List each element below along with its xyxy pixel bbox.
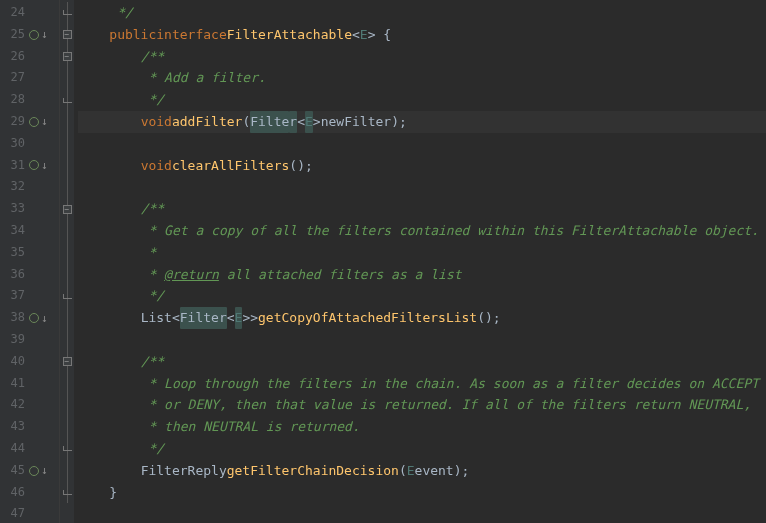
code-line-26[interactable]: /** bbox=[78, 46, 766, 68]
gutter-line-40[interactable]: 40 bbox=[0, 351, 59, 373]
down-arrow-icon[interactable]: ↓ bbox=[41, 116, 48, 127]
fold-cell[interactable] bbox=[60, 155, 74, 177]
fold-cell[interactable] bbox=[60, 416, 74, 438]
gutter-line-28[interactable]: 28 bbox=[0, 89, 59, 111]
fold-cell[interactable] bbox=[60, 242, 74, 264]
code-line-37[interactable]: */ bbox=[78, 285, 766, 307]
gutter-line-42[interactable]: 42 bbox=[0, 394, 59, 416]
code-line-39[interactable] bbox=[78, 329, 766, 351]
code-line-36[interactable]: * @return all attached filters as a list bbox=[78, 264, 766, 286]
fold-cell[interactable] bbox=[60, 373, 74, 395]
fold-cell[interactable] bbox=[60, 307, 74, 329]
gutter-line-34[interactable]: 34 bbox=[0, 220, 59, 242]
fold-cell[interactable] bbox=[60, 460, 74, 482]
fold-column[interactable]: −−−− bbox=[60, 0, 74, 523]
fold-toggle-icon[interactable]: − bbox=[63, 205, 72, 214]
line-number: 46 bbox=[3, 482, 25, 504]
code-line-40[interactable]: /** bbox=[78, 351, 766, 373]
code-line-29[interactable]: void addFilter(Filter<E> newFilter); bbox=[78, 111, 766, 133]
gutter-line-27[interactable]: 27 bbox=[0, 67, 59, 89]
implements-gutter-icon[interactable] bbox=[29, 466, 39, 476]
fold-cell[interactable] bbox=[60, 482, 74, 504]
code-line-41[interactable]: * Loop through the filters in the chain.… bbox=[78, 373, 766, 395]
gutter-line-35[interactable]: 35 bbox=[0, 242, 59, 264]
fold-toggle-icon[interactable]: − bbox=[63, 357, 72, 366]
down-arrow-icon[interactable]: ↓ bbox=[41, 465, 48, 476]
code-line-43[interactable]: * then NEUTRAL is returned. bbox=[78, 416, 766, 438]
fold-cell[interactable]: − bbox=[60, 351, 74, 373]
line-number: 47 bbox=[3, 503, 25, 523]
code-line-42[interactable]: * or DENY, then that value is returned. … bbox=[78, 394, 766, 416]
fold-cell[interactable] bbox=[60, 89, 74, 111]
fold-cell[interactable] bbox=[60, 329, 74, 351]
fold-cell[interactable] bbox=[60, 133, 74, 155]
fold-cell[interactable]: − bbox=[60, 46, 74, 68]
fold-cell[interactable] bbox=[60, 394, 74, 416]
down-arrow-icon[interactable]: ↓ bbox=[41, 313, 48, 324]
gutter-line-46[interactable]: 46 bbox=[0, 482, 59, 504]
code-line-46[interactable]: } bbox=[78, 482, 766, 504]
line-number: 29 bbox=[3, 111, 25, 133]
code-line-28[interactable]: */ bbox=[78, 89, 766, 111]
fold-cell[interactable] bbox=[60, 503, 74, 523]
implements-gutter-icon[interactable] bbox=[29, 117, 39, 127]
fold-cell[interactable] bbox=[60, 438, 74, 460]
fold-cell[interactable]: − bbox=[60, 198, 74, 220]
code-line-47[interactable] bbox=[78, 503, 766, 523]
implements-gutter-icon[interactable] bbox=[29, 313, 39, 323]
gutter-line-30[interactable]: 30 bbox=[0, 133, 59, 155]
code-line-33[interactable]: /** bbox=[78, 198, 766, 220]
down-arrow-icon[interactable]: ↓ bbox=[41, 160, 48, 171]
code-line-38[interactable]: List<Filter<E>> getCopyOfAttachedFilters… bbox=[78, 307, 766, 329]
gutter-line-47[interactable]: 47 bbox=[0, 503, 59, 523]
fold-toggle-icon[interactable]: − bbox=[63, 52, 72, 61]
gutter-line-45[interactable]: 45↓ bbox=[0, 460, 59, 482]
gutter-line-25[interactable]: 25↓ bbox=[0, 24, 59, 46]
code-line-34[interactable]: * Get a copy of all the filters containe… bbox=[78, 220, 766, 242]
line-number: 42 bbox=[3, 394, 25, 416]
line-number: 37 bbox=[3, 285, 25, 307]
line-number: 27 bbox=[3, 67, 25, 89]
implements-gutter-icon[interactable] bbox=[29, 30, 39, 40]
code-line-27[interactable]: * Add a filter. bbox=[78, 67, 766, 89]
gutter-line-31[interactable]: 31↓ bbox=[0, 155, 59, 177]
code-area[interactable]: */ public interface FilterAttachable<E> … bbox=[74, 0, 766, 523]
gutter-line-41[interactable]: 41 bbox=[0, 373, 59, 395]
gutter-line-43[interactable]: 43 bbox=[0, 416, 59, 438]
line-number: 30 bbox=[3, 133, 25, 155]
fold-cell[interactable] bbox=[60, 67, 74, 89]
gutter-line-24[interactable]: 24 bbox=[0, 2, 59, 24]
gutter-line-32[interactable]: 32 bbox=[0, 176, 59, 198]
line-number-gutter[interactable]: 2425↓26272829↓3031↓32333435363738↓394041… bbox=[0, 0, 60, 523]
code-line-24[interactable]: */ bbox=[78, 2, 766, 24]
fold-cell[interactable] bbox=[60, 264, 74, 286]
code-line-35[interactable]: * bbox=[78, 242, 766, 264]
gutter-line-38[interactable]: 38↓ bbox=[0, 307, 59, 329]
gutter-line-36[interactable]: 36 bbox=[0, 264, 59, 286]
gutter-line-33[interactable]: 33 bbox=[0, 198, 59, 220]
gutter-line-39[interactable]: 39 bbox=[0, 329, 59, 351]
gutter-line-44[interactable]: 44 bbox=[0, 438, 59, 460]
fold-end-icon bbox=[63, 294, 72, 299]
code-line-25[interactable]: public interface FilterAttachable<E> { bbox=[78, 24, 766, 46]
fold-toggle-icon[interactable]: − bbox=[63, 30, 72, 39]
code-line-44[interactable]: */ bbox=[78, 438, 766, 460]
fold-cell[interactable] bbox=[60, 220, 74, 242]
fold-cell[interactable] bbox=[60, 111, 74, 133]
line-number: 38 bbox=[3, 307, 25, 329]
gutter-line-29[interactable]: 29↓ bbox=[0, 111, 59, 133]
gutter-line-37[interactable]: 37 bbox=[0, 285, 59, 307]
code-line-32[interactable] bbox=[78, 176, 766, 198]
code-line-31[interactable]: void clearAllFilters(); bbox=[78, 155, 766, 177]
fold-cell[interactable] bbox=[60, 176, 74, 198]
implements-gutter-icon[interactable] bbox=[29, 160, 39, 170]
down-arrow-icon[interactable]: ↓ bbox=[41, 29, 48, 40]
gutter-line-26[interactable]: 26 bbox=[0, 46, 59, 68]
fold-cell[interactable]: − bbox=[60, 24, 74, 46]
line-number: 24 bbox=[3, 2, 25, 24]
code-line-45[interactable]: FilterReply getFilterChainDecision(E eve… bbox=[78, 460, 766, 482]
line-number: 31 bbox=[3, 155, 25, 177]
fold-cell[interactable] bbox=[60, 285, 74, 307]
fold-cell[interactable] bbox=[60, 2, 74, 24]
code-line-30[interactable] bbox=[78, 133, 766, 155]
